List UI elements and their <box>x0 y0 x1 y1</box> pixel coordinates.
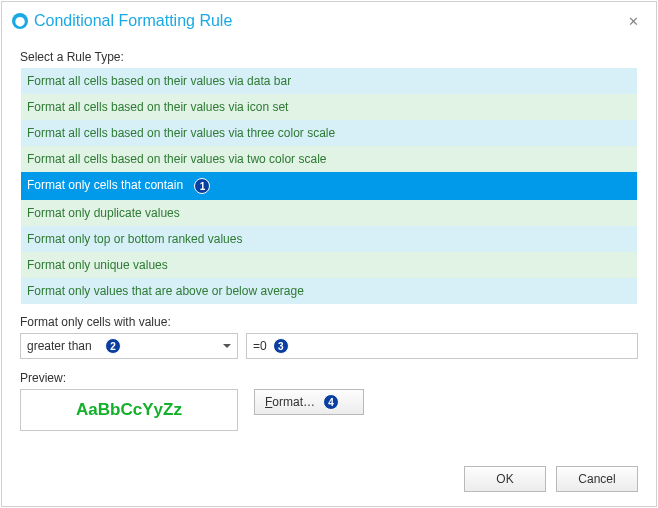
close-icon: ✕ <box>628 14 639 29</box>
format-only-with-value-label: Format only cells with value: <box>20 315 638 329</box>
rule-type-item[interactable]: Format all cells based on their values v… <box>21 120 637 146</box>
value-text: =0 <box>253 339 267 353</box>
operator-value: greater than <box>27 339 92 353</box>
callout-badge-4: 4 <box>323 394 339 410</box>
value-input[interactable]: =0 3 <box>246 333 638 359</box>
close-button[interactable]: ✕ <box>620 10 646 32</box>
callout-badge-1: 1 <box>194 178 210 194</box>
titlebar: ⬤ Conditional Formatting Rule ✕ <box>2 2 656 38</box>
callout-badge-3: 3 <box>273 338 289 354</box>
rule-type-label: Format all cells based on their values v… <box>27 126 335 140</box>
format-button[interactable]: Format… 4 <box>254 389 364 415</box>
dialog-footer: OK Cancel <box>464 466 638 492</box>
preview-label: Preview: <box>20 371 638 385</box>
callout-badge-2: 2 <box>105 338 121 354</box>
rule-type-label: Format all cells based on their values v… <box>27 100 288 114</box>
rule-type-label: Format only values that are above or bel… <box>27 284 304 298</box>
operator-dropdown[interactable]: greater than 2 <box>20 333 238 359</box>
select-rule-type-label: Select a Rule Type: <box>20 50 638 64</box>
rule-type-item[interactable]: Format only cells that contain 1 <box>21 172 637 200</box>
dialog-window: ⬤ Conditional Formatting Rule ✕ Select a… <box>1 1 657 507</box>
preview-sample-text: AaBbCcYyZz <box>76 400 182 420</box>
rule-type-item[interactable]: Format only top or bottom ranked values <box>21 226 637 252</box>
rule-type-item[interactable]: Format all cells based on their values v… <box>21 146 637 172</box>
rule-type-label: Format only unique values <box>27 258 168 272</box>
app-logo-icon: ⬤ <box>12 13 28 29</box>
rule-type-label: Format only cells that contain <box>27 178 183 192</box>
window-title: Conditional Formatting Rule <box>34 12 620 30</box>
preview-box: AaBbCcYyZz <box>20 389 238 431</box>
rule-type-item[interactable]: Format only duplicate values <box>21 200 637 226</box>
rule-type-label: Format all cells based on their values v… <box>27 74 291 88</box>
ok-button[interactable]: OK <box>464 466 546 492</box>
dialog-content: Select a Rule Type: Format all cells bas… <box>2 38 656 443</box>
rule-type-label: Format only top or bottom ranked values <box>27 232 242 246</box>
format-button-label: Format… <box>265 395 315 409</box>
chevron-down-icon <box>223 344 231 348</box>
preview-row: AaBbCcYyZz Format… 4 <box>20 389 638 431</box>
rule-type-label: Format all cells based on their values v… <box>27 152 326 166</box>
rule-type-list: Format all cells based on their values v… <box>20 67 638 305</box>
cancel-button[interactable]: Cancel <box>556 466 638 492</box>
rule-type-item[interactable]: Format only unique values <box>21 252 637 278</box>
rule-type-item[interactable]: Format all cells based on their values v… <box>21 94 637 120</box>
rule-type-label: Format only duplicate values <box>27 206 180 220</box>
rule-type-item[interactable]: Format all cells based on their values v… <box>21 68 637 94</box>
condition-row: greater than 2 =0 3 <box>20 333 638 359</box>
rule-type-item[interactable]: Format only values that are above or bel… <box>21 278 637 304</box>
